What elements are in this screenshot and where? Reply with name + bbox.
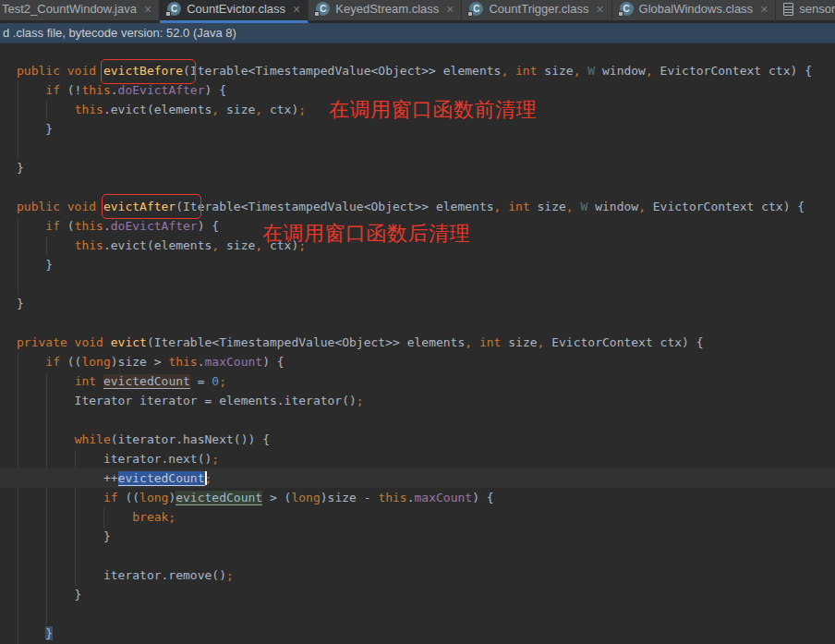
code-token: public void: [17, 64, 103, 78]
code-line: }: [17, 527, 812, 546]
code-token: this: [378, 491, 406, 504]
lock-icon: [467, 11, 473, 17]
code-token: (Iterable<TimestampedValue<Object>> elem…: [147, 335, 465, 349]
tab-KeyedStream.class[interactable]: CKeyedStream.class×: [309, 0, 462, 23]
code-line: [17, 313, 812, 333]
code-token: (Iterable<TimestampedValue<Object>> elem…: [183, 64, 501, 78]
code-token: iterator.remove(): [17, 568, 226, 582]
code-token: long: [291, 491, 320, 504]
tab-sensorTime[interactable]: sensorTime: [776, 0, 835, 23]
code-token: int: [508, 200, 529, 213]
code-token: int: [515, 64, 537, 78]
code-token: while: [75, 432, 111, 446]
code-token: }: [17, 297, 24, 310]
code-token: ) {: [262, 355, 284, 369]
code-line: iterator.remove();: [17, 565, 812, 585]
code-line: Iterator iterator = elements.iterator();: [17, 391, 812, 410]
code-token: this: [75, 219, 103, 233]
code-token: ) {: [205, 83, 226, 97]
red-annotation-box-evictBefore: [101, 59, 196, 84]
code-token: this: [168, 355, 197, 369]
code-token: [472, 335, 479, 349]
code-token: }: [17, 258, 53, 272]
code-token: ((: [118, 491, 139, 504]
code-token: .evict(elements: [103, 103, 212, 116]
code-token: [17, 626, 45, 640]
code-token: .: [407, 491, 415, 504]
tab-CountTrigger.class[interactable]: CCountTrigger.class×: [462, 0, 611, 23]
code-token: W: [587, 64, 595, 78]
ide-window: Test2_CountWindow.java×CCountEvictor.cla…: [0, 0, 835, 644]
class-icon: C: [167, 2, 181, 16]
code-token: if: [45, 219, 60, 233]
code-token: )size -: [321, 491, 379, 504]
tab-label: sensorTime: [799, 2, 835, 16]
code-token: .: [198, 355, 205, 369]
code-token: size: [530, 200, 566, 213]
code-token: this: [75, 103, 103, 116]
code-token: [17, 432, 75, 446]
code-line: }: [17, 255, 812, 274]
code-token: [17, 103, 75, 116]
code-token: ) {: [472, 491, 493, 504]
lock-icon: [165, 11, 171, 17]
tab-label: CountTrigger.class: [489, 2, 588, 16]
code-token: size: [219, 238, 255, 252]
tab-label: KeyedStream.class: [335, 2, 439, 16]
code-token: break;: [132, 510, 175, 524]
code-token: ,: [212, 238, 219, 252]
close-icon[interactable]: ×: [596, 3, 603, 16]
code-token: evictedCount: [103, 374, 190, 389]
lock-icon: [314, 11, 320, 17]
code-token: }: [17, 588, 81, 601]
code-token: [574, 200, 581, 213]
code-line: while(iterator.hasNext()) {: [17, 430, 812, 449]
code-token: EvictorContext ctx) {: [544, 335, 703, 349]
code-line: [17, 274, 812, 294]
code-token: size: [501, 335, 537, 349]
file-icon: [783, 3, 793, 16]
class-icon: C: [316, 2, 330, 16]
red-annotation-text-before: 在调用窗口函数前清理: [329, 96, 537, 124]
decompile-banner: d .class file, bytecode version: 52.0 (J…: [0, 23, 835, 43]
code-token: ++: [17, 471, 118, 485]
editor-tab-bar: Test2_CountWindow.java×CCountEvictor.cla…: [0, 0, 835, 23]
code-line: }: [17, 624, 812, 643]
code-token: [17, 238, 75, 252]
code-token: [96, 374, 103, 388]
red-annotation-box-evictAfter: [102, 194, 201, 219]
code-token: [17, 83, 45, 97]
lock-icon: [618, 11, 623, 17]
close-icon[interactable]: ×: [760, 3, 768, 16]
tab-label: GlobalWindows.class: [639, 2, 754, 16]
code-token: }: [17, 122, 53, 136]
close-icon[interactable]: ×: [293, 3, 300, 16]
code-token: ,: [638, 200, 646, 213]
class-icon: C: [620, 2, 634, 16]
tab-CountEvictor.class[interactable]: CCountEvictor.class×: [160, 0, 309, 23]
code-area: public void evictBefore(Iterable<Timesta…: [17, 61, 812, 643]
code-token: public void: [17, 200, 103, 213]
code-token: int: [75, 374, 96, 388]
code-line: private void evict(Iterable<TimestampedV…: [17, 333, 812, 352]
code-token: ((: [60, 355, 81, 369]
code-token: ctx): [262, 103, 298, 116]
code-token: ;: [298, 103, 306, 116]
code-token: Iterator iterator = elements.iterator(): [17, 394, 357, 407]
code-editor[interactable]: public void evictBefore(Iterable<Timesta…: [0, 43, 835, 644]
code-line: ++evictedCount;: [17, 468, 812, 488]
close-icon[interactable]: ×: [144, 3, 151, 16]
code-token: [17, 219, 45, 233]
code-token: (Iterable<TimestampedValue<Object>> elem…: [175, 200, 493, 213]
code-token: long: [81, 355, 110, 369]
code-token: if: [45, 83, 60, 97]
code-token: window: [595, 64, 646, 78]
code-token: size: [219, 103, 255, 116]
tab-Test2_CountWindow.java[interactable]: Test2_CountWindow.java×: [0, 0, 160, 23]
code-token: long: [139, 491, 168, 504]
tab-GlobalWindows.class[interactable]: CGlobalWindows.class×: [612, 0, 777, 23]
close-icon[interactable]: ×: [446, 3, 454, 16]
code-token: .: [103, 219, 111, 233]
code-line: }: [17, 585, 812, 604]
code-token: doEvictAfter: [111, 219, 198, 233]
